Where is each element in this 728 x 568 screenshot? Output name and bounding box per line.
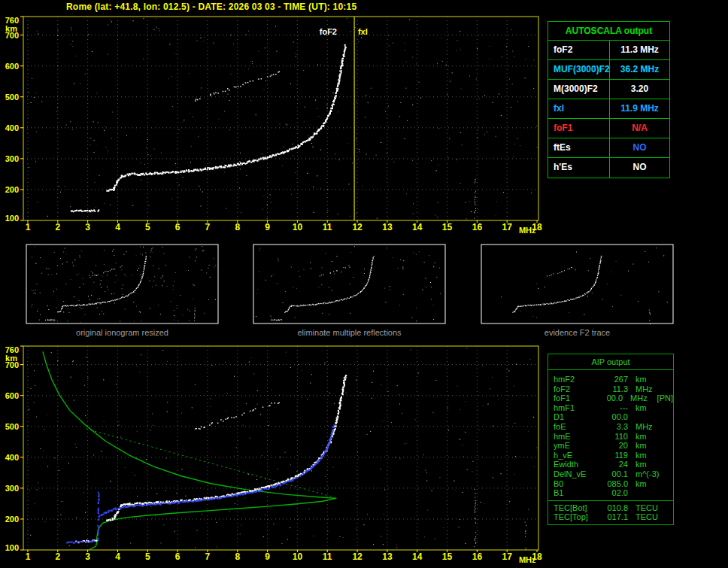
aip-value: 085.0: [601, 479, 628, 489]
aip-value: 00.0: [601, 412, 628, 422]
autoscala-parameter-value: 11.9 MHz: [610, 99, 669, 118]
ionogram-bottom-noise-dots: [29, 348, 538, 548]
autoscala-row-fxi: fxI11.9 MHz: [548, 99, 669, 119]
aip-unit: km: [628, 441, 663, 451]
aip-row-deln-ve: DelN_vE00.1m^(-3): [554, 469, 673, 479]
aip-label: foF2: [554, 384, 601, 394]
autoscala-row-fof1: foF1N/A: [548, 119, 669, 138]
aip-label: hmE: [554, 432, 601, 442]
ionogram-bottom-f2-trace: [106, 375, 347, 521]
aip-label: hmF1: [554, 403, 601, 413]
svg-text:17: 17: [502, 551, 513, 562]
aip-label: hmF2: [554, 375, 601, 384]
aip-row-hmf2: hmF2267km: [554, 375, 673, 384]
autoscala-row-h-es: h'EsNO: [548, 158, 669, 178]
aip-label: D1: [554, 412, 601, 422]
svg-text:13: 13: [382, 222, 393, 232]
aip-label: B0: [554, 479, 601, 489]
autoscala-parameter-value: NO: [610, 158, 669, 178]
aip-row-fof1: foF100.0MHz[PN]: [554, 393, 673, 403]
ionogram-bottom-electron-density-profile: [43, 351, 336, 550]
svg-text:200: 200: [5, 185, 19, 194]
svg-text:11: 11: [323, 551, 332, 562]
aip-unit: MHz: [628, 422, 663, 432]
svg-text:3: 3: [85, 551, 90, 562]
ionogram-bottom: 123456789101112131415161718MHz7607006005…: [5, 345, 542, 564]
aip-output-table: AIP output hmF2267kmfoF211.3MHzfoF100.0M…: [548, 354, 674, 525]
ionogram-bottom-grid: [23, 346, 538, 550]
svg-text:100: 100: [5, 543, 19, 552]
aip-row-yme: ymE20km: [554, 441, 673, 451]
aip-value: 24: [601, 460, 628, 469]
ionogram-top-grid: [23, 17, 538, 220]
autoscala-parameter-label: ftEs: [548, 138, 610, 157]
autoscala-parameter-value: 3.20: [610, 80, 669, 99]
svg-text:4: 4: [115, 551, 120, 562]
aip-unit: km: [628, 460, 663, 469]
svg-text:2: 2: [55, 551, 60, 562]
svg-text:6: 6: [175, 222, 180, 232]
y-axis-unit-label: km: [5, 354, 17, 363]
aip-unit: km: [628, 403, 663, 413]
aip-value: 00.0: [598, 393, 623, 403]
ionogram-top-frame: [23, 17, 538, 220]
svg-text:16: 16: [472, 222, 483, 232]
aip-unit: TECU: [628, 512, 663, 522]
ionogram-top-axes: 123456789101112131415161718MHz7607006005…: [5, 16, 542, 235]
x-axis-unit-label: MHz: [519, 555, 536, 564]
autoscala-parameter-label: foF2: [548, 41, 610, 59]
aip-note: [PN]: [657, 393, 673, 403]
svg-text:12: 12: [352, 222, 362, 232]
thumb-cleaned-es-cluster: [271, 319, 282, 320]
svg-text:7: 7: [205, 551, 211, 562]
thumb-cleaned: [253, 245, 445, 323]
svg-text:100: 100: [5, 214, 19, 223]
aip-unit: km: [628, 432, 663, 442]
annotation-fxi: fxI: [358, 27, 368, 36]
svg-text:14: 14: [412, 551, 423, 562]
svg-text:16: 16: [472, 551, 483, 562]
autoscala-parameter-value: 36.2 MHz: [610, 60, 669, 79]
svg-text:14: 14: [412, 222, 423, 232]
autoscala-parameter-label: foF1: [548, 119, 610, 138]
svg-text:500: 500: [5, 93, 19, 102]
svg-text:300: 300: [5, 154, 19, 163]
ionogram-top-es-cluster: [71, 209, 99, 212]
aip-label: B1: [554, 488, 601, 498]
aip-value: 017.1: [601, 512, 628, 522]
aip-unit: MHz: [623, 393, 655, 403]
autoscala-parameter-value: NO: [610, 138, 669, 157]
ionogram-bottom-frame: [23, 346, 538, 550]
aip-value: ---: [601, 403, 628, 413]
thumb-original-interference-column: [194, 308, 196, 320]
ionogram-bottom-restored-trace: [99, 424, 335, 517]
autoscala-table-rows: foF211.3 MHzMUF(3000)F236.2 MHzM(3000)F2…: [548, 41, 669, 178]
aip-label: DelN_vE: [554, 469, 601, 479]
aip-row-b1: B102.0: [554, 488, 673, 498]
svg-text:1: 1: [26, 551, 31, 562]
aip-row-d1: D100.0: [554, 412, 673, 422]
aip-value: 00.1: [601, 469, 628, 479]
svg-text:2: 2: [55, 222, 60, 232]
thumb-evidence-f2-trace: [512, 256, 602, 313]
thumb-original-multiple-reflection: [89, 266, 122, 278]
svg-text:600: 600: [5, 391, 19, 400]
y-axis-unit-label: km: [5, 24, 17, 33]
aip-label: TEC[Bot]: [554, 503, 601, 513]
aip-label: foE: [554, 422, 601, 432]
autoscala-parameter-label: fxI: [548, 99, 610, 118]
svg-text:4: 4: [115, 222, 120, 232]
aip-unit: km: [628, 375, 663, 384]
ionogram-top-interference-column: [474, 179, 476, 219]
svg-text:400: 400: [5, 123, 19, 132]
svg-text:6: 6: [175, 551, 180, 562]
aip-label: foF1: [554, 393, 598, 403]
aip-row-h-ve: h_vE119km: [554, 451, 673, 460]
svg-text:5: 5: [145, 551, 150, 562]
svg-text:600: 600: [5, 62, 19, 71]
svg-text:17: 17: [502, 222, 513, 232]
svg-text:13: 13: [382, 551, 393, 562]
thumb-evidence-frame: [481, 245, 673, 323]
ionogram-bottom-interference-column-2: [525, 522, 526, 550]
aip-value: 119: [601, 451, 628, 460]
